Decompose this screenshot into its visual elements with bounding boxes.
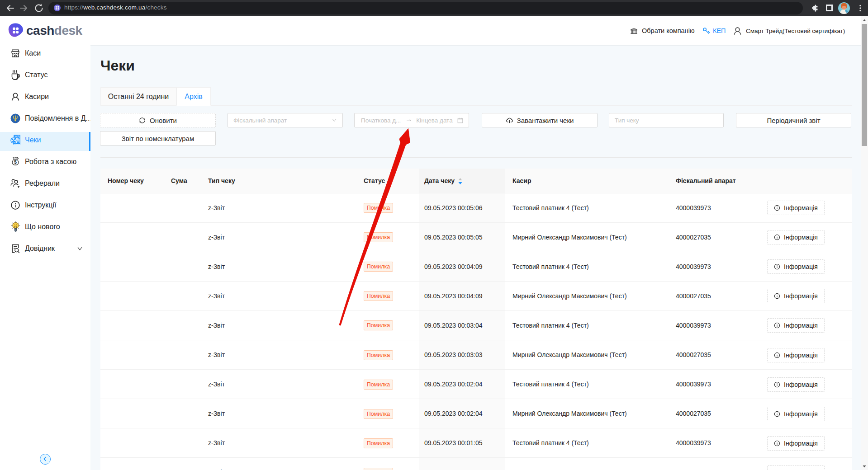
svg-text:$: $ bbox=[18, 135, 20, 140]
